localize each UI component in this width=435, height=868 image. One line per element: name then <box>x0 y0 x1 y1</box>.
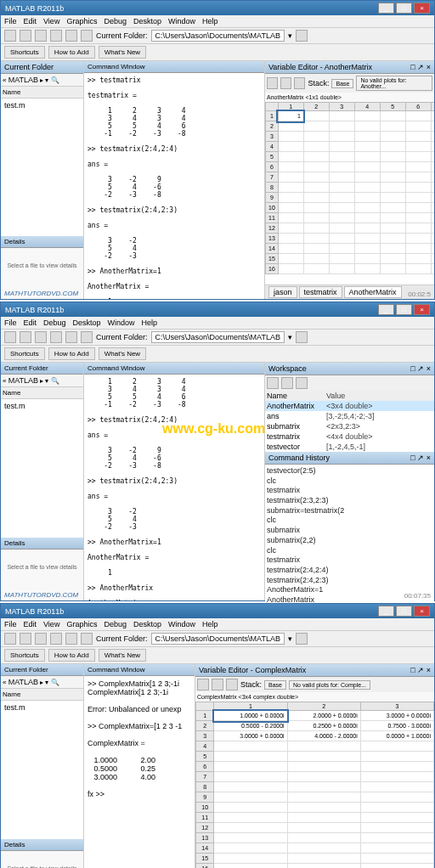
ws-row[interactable]: testmatrix<4x4 double> <box>265 431 434 442</box>
file-browser[interactable]: test.m <box>1 99 83 236</box>
new-icon[interactable] <box>4 633 16 645</box>
ve-copy-icon[interactable] <box>294 77 305 89</box>
current-folder-path[interactable]: C:\Users\Jason\Documents\MATLAB <box>151 633 285 645</box>
menu-graphics[interactable]: Graphics <box>66 17 97 25</box>
menu-help[interactable]: Help <box>202 17 218 25</box>
ws-icon[interactable] <box>267 377 279 389</box>
menu-debug[interactable]: Debug <box>104 17 127 25</box>
status-tab[interactable]: AnotherMatrix <box>344 286 402 298</box>
menu-file[interactable]: File <box>4 17 17 25</box>
ws-row[interactable]: testvector[1,-2,4,5,-1] <box>265 442 434 452</box>
cut-icon[interactable] <box>35 30 47 42</box>
ve-cut-icon[interactable] <box>212 679 223 690</box>
close-button[interactable]: × <box>414 304 430 315</box>
open-icon[interactable] <box>20 331 31 343</box>
grid-cell[interactable]: 1 <box>278 111 303 121</box>
menu-view[interactable]: View <box>43 620 59 628</box>
up-folder-icon[interactable] <box>296 633 308 645</box>
menu-window[interactable]: Window <box>168 620 195 628</box>
new-icon[interactable] <box>4 331 16 343</box>
menu-window[interactable]: Window <box>168 17 195 25</box>
variable-grid[interactable]: 123456789 11 2 3 4 5 6 7 8 9 10 11 12 13… <box>265 102 434 285</box>
copy-icon[interactable] <box>50 30 62 42</box>
browse-icon[interactable]: ▾ <box>288 333 292 341</box>
maximize-button[interactable]: □ <box>396 304 412 315</box>
file-item[interactable]: test.m <box>3 100 82 110</box>
new-icon[interactable] <box>4 30 16 42</box>
status-tab[interactable]: jason <box>268 286 297 298</box>
tab-shortcuts[interactable]: Shortcuts <box>4 347 45 360</box>
menu-debug[interactable]: Debug <box>104 620 127 628</box>
tab-shortcuts[interactable]: Shortcuts <box>4 649 45 662</box>
current-folder-path[interactable]: C:\Users\Jason\Documents\MATLAB <box>151 30 285 42</box>
menu-edit[interactable]: Edit <box>24 318 37 327</box>
close-button[interactable]: × <box>414 606 430 617</box>
menu-debug[interactable]: Debug <box>43 318 66 327</box>
up-folder-icon[interactable] <box>296 331 308 343</box>
menu-help[interactable]: Help <box>202 620 218 628</box>
menu-file[interactable]: File <box>4 620 17 628</box>
menu-window[interactable]: Window <box>108 318 135 327</box>
variable-grid[interactable]: 123 11.0000 + 0.0000i2.0000 + 0.0000i3.0… <box>195 702 434 868</box>
command-window-content[interactable]: >> ComplexMatrix[1 2 3;-1i ComplexMatrix… <box>84 676 195 868</box>
command-window-content[interactable]: >> testmatrix testmatrix = 1 2 3 4 3 4 3… <box>84 73 264 299</box>
command-window-content[interactable]: 1 2 3 4 3 4 3 4 5 5 4 6 -1 -2 -3 -8 >> t… <box>84 375 264 600</box>
ve-print-icon[interactable] <box>197 679 209 690</box>
tab-howto[interactable]: How to Add <box>48 649 95 662</box>
current-folder-path[interactable]: C:\Users\Jason\Documents\MATLAB <box>151 331 285 343</box>
close-button[interactable]: × <box>414 3 430 14</box>
maximize-button[interactable]: □ <box>396 606 412 617</box>
paste-icon[interactable] <box>65 331 77 343</box>
stack-select[interactable]: Base <box>331 79 353 88</box>
ws-row[interactable]: ans[3,-2;5,4;-2;-3] <box>265 411 434 421</box>
tab-shortcuts[interactable]: Shortcuts <box>4 46 45 59</box>
plots-dropdown[interactable]: No valid plots for: Another... <box>356 76 432 91</box>
name-column[interactable]: Name <box>1 87 83 99</box>
copy-icon[interactable] <box>50 331 62 343</box>
minimize-button[interactable]: _ <box>378 304 394 315</box>
ws-row[interactable]: submatrix<2x3,2:3> <box>265 421 434 431</box>
ws-row[interactable]: AnotherMatrix<3x4 double> <box>265 401 434 411</box>
menu-view[interactable]: View <box>43 17 59 25</box>
tab-howto[interactable]: How to Add <box>48 46 95 59</box>
open-icon[interactable] <box>20 30 31 42</box>
browse-icon[interactable]: ▾ <box>288 31 292 40</box>
tab-whatsnew[interactable]: What's New <box>99 649 146 662</box>
status-tab[interactable]: testmatrix <box>299 286 342 298</box>
ve-cut-icon[interactable] <box>280 77 291 89</box>
file-item[interactable]: test.m <box>3 702 82 713</box>
stack-select[interactable]: Base <box>264 680 286 690</box>
cut-icon[interactable] <box>35 633 47 645</box>
file-item[interactable]: test.m <box>3 401 82 411</box>
copy-icon[interactable] <box>50 633 62 645</box>
ve-print-icon[interactable] <box>267 77 278 89</box>
ws-icon[interactable] <box>296 377 308 389</box>
tab-whatsnew[interactable]: What's New <box>99 46 146 59</box>
paste-icon[interactable] <box>65 633 77 645</box>
cut-icon[interactable] <box>35 331 47 343</box>
menu-edit[interactable]: Edit <box>24 17 37 25</box>
open-icon[interactable] <box>20 633 31 645</box>
ve-copy-icon[interactable] <box>226 679 238 690</box>
menu-graphics[interactable]: Graphics <box>66 620 97 628</box>
plots-dropdown[interactable]: No valid plots for: Comple... <box>289 680 370 690</box>
menu-file[interactable]: File <box>4 318 17 327</box>
ws-icon[interactable] <box>281 377 293 389</box>
minimize-button[interactable]: _ <box>378 606 394 617</box>
up-folder-icon[interactable] <box>296 30 308 42</box>
browse-icon[interactable]: ▾ <box>288 634 292 643</box>
menu-edit[interactable]: Edit <box>24 620 37 628</box>
paste-icon[interactable] <box>65 30 77 42</box>
help-icon[interactable] <box>81 30 93 42</box>
menu-desktop[interactable]: Desktop <box>133 620 161 628</box>
history-list[interactable]: testvector(2:5) clc testmatrix testmatri… <box>265 465 434 607</box>
minimize-button[interactable]: _ <box>378 3 394 14</box>
maximize-button[interactable]: □ <box>396 3 412 14</box>
menu-help[interactable]: Help <box>142 318 158 327</box>
tab-howto[interactable]: How to Add <box>48 347 95 360</box>
tab-whatsnew[interactable]: What's New <box>99 347 146 360</box>
grid-cell[interactable]: 1.0000 + 0.0000i <box>214 711 287 721</box>
workspace-list[interactable]: NameValue AnotherMatrix<3x4 double> ans[… <box>265 391 434 452</box>
menu-desktop[interactable]: Desktop <box>73 318 101 327</box>
help-icon[interactable] <box>81 633 93 645</box>
